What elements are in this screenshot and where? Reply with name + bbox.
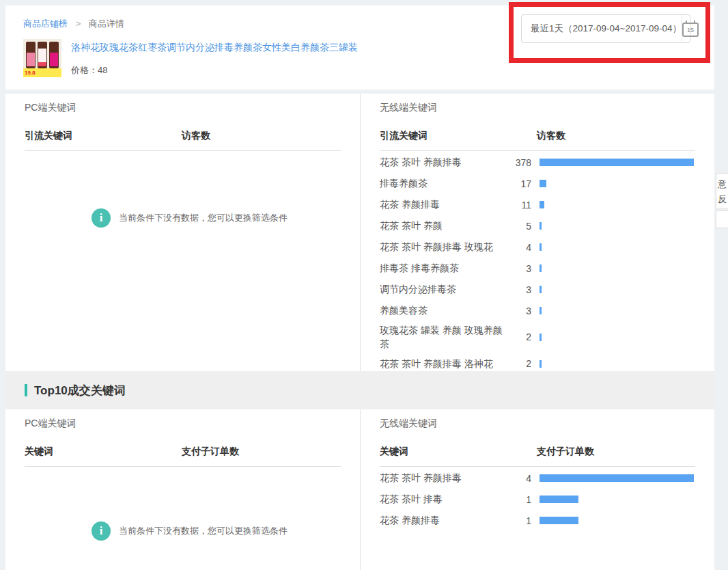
empty-state-text: 当前条件下没有数据，您可以更换筛选条件 — [119, 212, 288, 224]
table-row: 花茶 茶叶 养颜排毒 4 — [380, 467, 695, 489]
table-row: 排毒养颜茶 17 — [380, 173, 695, 194]
keyword-cell: 花茶 茶叶 养颜排毒 — [380, 469, 506, 487]
traffic-keywords-card: PC端关键词 引流关键词 访客数 i 当前条件下没有数据，您可以更换筛选条件 无… — [5, 94, 714, 371]
value-bar — [540, 474, 694, 482]
value-cell: 17 — [506, 178, 531, 189]
value-cell: 11 — [506, 200, 531, 211]
panel-title: 无线端关键词 — [380, 418, 695, 430]
empty-state-text: 当前条件下没有数据，您可以更换筛选条件 — [119, 525, 288, 537]
side-secondary-button[interactable] — [716, 211, 728, 228]
value-bar — [540, 517, 578, 524]
empty-state: i 当前条件下没有数据，您可以更换筛选条件 — [92, 521, 341, 541]
value-bar — [540, 496, 578, 503]
keyword-column-header: 关键词 — [25, 446, 182, 458]
keyword-cell: 花茶 茶叶 养颜 — [380, 217, 506, 234]
date-range-label: 最近1天（2017-09-04~2017-09-04） — [522, 23, 682, 35]
value-bar — [540, 360, 542, 368]
panel-title: 无线端关键词 — [380, 102, 695, 114]
table-row: 花茶 养颜排毒 11 — [380, 194, 695, 215]
value-column-header: 支付子订单数 — [537, 446, 594, 458]
panel-title: PC端关键词 — [25, 418, 341, 430]
keyword-cell: 花茶 茶叶 养颜排毒 玫瑰花 — [380, 238, 506, 256]
product-title-link[interactable]: 洛神花玫瑰花茶红枣茶调节内分泌排毒养颜茶女性美白养颜茶三罐装 — [71, 42, 358, 54]
value-cell: 378 — [506, 157, 531, 168]
table-row: 玫瑰花茶 罐装 养颜 玫瑰养颜茶 2 — [380, 321, 695, 353]
table-row: 花茶 茶叶 养颜排毒 玫瑰花 4 — [380, 236, 695, 258]
value-cell: 2 — [506, 358, 531, 369]
date-range-picker[interactable]: 最近1天（2017-09-04~2017-09-04） 15 — [521, 14, 690, 43]
table-row: 花茶 茶叶 养颜 5 — [380, 215, 695, 236]
value-cell: 5 — [506, 221, 531, 232]
side-feedback-widget: 意 反 — [716, 173, 728, 228]
value-column-header: 访客数 — [537, 130, 565, 142]
calendar-button[interactable]: 15 — [682, 15, 699, 42]
pc-deal-panel: PC端关键词 关键词 支付子订单数 i 当前条件下没有数据，您可以更换筛选条件 — [5, 409, 360, 570]
value-bar — [540, 286, 542, 293]
feedback-label-line: 反 — [718, 192, 728, 207]
table-row: 花茶 养颜排毒 1 — [380, 510, 695, 531]
table-header: 引流关键词 访客数 — [25, 130, 341, 151]
deal-section-band: Top10成交关键词 — [5, 371, 714, 409]
thumbnail-jar — [26, 42, 36, 68]
value-cell: 2 — [506, 331, 531, 342]
keyword-table-body: 花茶 茶叶 养颜排毒 4 花茶 茶叶 排毒 1 花茶 养颜排毒 1 — [380, 467, 695, 531]
value-bar — [540, 201, 544, 208]
value-cell: 4 — [506, 473, 531, 484]
breadcrumb-root-link[interactable]: 商品店铺榜 — [23, 18, 68, 29]
table-header: 关键词 支付子订单数 — [380, 446, 695, 467]
value-cell: 1 — [506, 515, 531, 526]
value-bar — [540, 222, 542, 230]
value-column-header: 支付子订单数 — [182, 446, 239, 458]
keyword-cell: 花茶 养颜排毒 — [380, 195, 506, 213]
value-cell: 4 — [506, 242, 531, 253]
wireless-traffic-panel: 无线端关键词 引流关键词 访客数 花茶 茶叶 养颜排毒 378 排毒养颜茶 17 — [360, 94, 714, 371]
table-row: 花茶 茶叶 排毒 1 — [380, 489, 695, 510]
table-header: 引流关键词 访客数 — [380, 130, 695, 151]
deal-keywords-card: PC端关键词 关键词 支付子订单数 i 当前条件下没有数据，您可以更换筛选条件 … — [5, 409, 714, 570]
value-bar — [540, 334, 542, 341]
empty-state: i 当前条件下没有数据，您可以更换筛选条件 — [92, 208, 341, 228]
value-bar — [540, 307, 542, 314]
keyword-column-header: 关键词 — [380, 446, 537, 458]
table-row: 排毒茶 排毒养颜茶 3 — [380, 258, 695, 279]
section-title: Top10成交关键词 — [34, 383, 126, 398]
table-row: 花茶 茶叶 养颜排毒 378 — [380, 152, 695, 173]
table-row: 调节内分泌排毒茶 3 — [380, 279, 695, 300]
section-marker — [25, 384, 27, 396]
feedback-button[interactable]: 意 反 — [716, 173, 728, 209]
thumbnail-price-badge: 19.8 — [23, 68, 61, 77]
keyword-cell: 养颜美容茶 — [380, 301, 506, 319]
value-column-header: 访客数 — [182, 130, 210, 142]
value-bar — [540, 159, 694, 166]
info-icon: i — [92, 208, 111, 228]
feedback-label-line: 意 — [718, 177, 728, 192]
value-bar — [540, 243, 542, 251]
keyword-cell: 玫瑰花茶 罐装 养颜 玫瑰养颜茶 — [380, 321, 506, 353]
keyword-column-header: 引流关键词 — [25, 130, 182, 142]
table-row: 养颜美容茶 3 — [380, 300, 695, 321]
value-bar — [540, 180, 546, 187]
keyword-cell: 排毒养颜茶 — [380, 174, 506, 192]
keyword-cell: 调节内分泌排毒茶 — [380, 280, 506, 298]
panel-title: PC端关键词 — [25, 102, 341, 114]
pc-traffic-panel: PC端关键词 引流关键词 访客数 i 当前条件下没有数据，您可以更换筛选条件 — [5, 94, 360, 371]
table-header: 关键词 支付子订单数 — [25, 446, 341, 467]
value-cell: 3 — [506, 306, 531, 316]
calendar-icon: 15 — [682, 23, 699, 37]
keyword-cell: 花茶 茶叶 养颜排毒 洛神花 — [380, 355, 506, 372]
product-summary: 19.8 洛神花玫瑰花茶红枣茶调节内分泌排毒养颜茶女性美白养颜茶三罐装 价格：4… — [23, 39, 714, 77]
value-bar — [540, 264, 542, 272]
value-cell: 1 — [506, 494, 531, 505]
keyword-cell: 花茶 茶叶 养颜排毒 — [380, 153, 506, 171]
breadcrumb-separator: > — [76, 18, 81, 29]
keyword-cell: 排毒茶 排毒养颜茶 — [380, 259, 506, 277]
thumbnail-jar — [38, 42, 47, 68]
keyword-cell: 花茶 茶叶 排毒 — [380, 490, 506, 508]
keyword-column-header: 引流关键词 — [380, 130, 537, 142]
keyword-table-body: 花茶 茶叶 养颜排毒 378 排毒养颜茶 17 花茶 养颜排毒 11 — [380, 152, 695, 375]
keyword-cell: 花茶 养颜排毒 — [380, 511, 506, 529]
product-price: 价格：48 — [71, 64, 358, 77]
breadcrumb-current: 商品详情 — [89, 18, 124, 29]
value-cell: 3 — [506, 284, 531, 295]
product-thumbnail[interactable]: 19.8 — [23, 39, 61, 77]
